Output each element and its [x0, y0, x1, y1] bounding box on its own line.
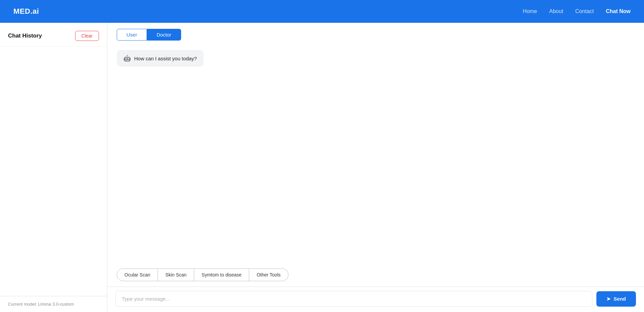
current-model-label: Current model: Llmma 3.0-custom: [8, 302, 74, 307]
message-input[interactable]: [115, 291, 592, 307]
sidebar-footer: Current model: Llmma 3.0-custom: [0, 296, 107, 312]
clear-button[interactable]: Clear: [75, 31, 99, 41]
chat-history-title: Chat History: [8, 33, 42, 39]
send-button[interactable]: ➤ Send: [596, 291, 636, 307]
navbar: MED.ai Home About Contact Chat Now: [0, 0, 644, 23]
tool-ocular-scan[interactable]: Ocular Scan: [117, 268, 158, 281]
chat-tabs: User Doctor: [107, 23, 644, 41]
nav-about[interactable]: About: [549, 8, 563, 14]
brand-logo: MED.ai: [13, 7, 39, 16]
main-layout: Chat History Clear Current model: Llmma …: [0, 23, 644, 312]
nav-links: Home About Contact Chat Now: [523, 8, 631, 14]
tool-other-tools[interactable]: Other Tools: [249, 268, 288, 281]
bot-message: 🤖 How can I assist you today?: [117, 50, 635, 67]
sidebar: Chat History Clear Current model: Llmma …: [0, 23, 107, 312]
nav-contact[interactable]: Contact: [575, 8, 594, 14]
bot-icon: 🤖: [123, 55, 131, 62]
tool-buttons: Ocular Scan Skin Scan Symtom to disease …: [107, 268, 644, 287]
send-icon: ➤: [606, 296, 611, 302]
nav-chat-now[interactable]: Chat Now: [606, 8, 631, 14]
bot-bubble: 🤖 How can I assist you today?: [117, 50, 204, 67]
messages-area: 🤖 How can I assist you today?: [107, 41, 644, 268]
tool-symptom-to-disease[interactable]: Symtom to disease: [194, 268, 249, 281]
input-bar: ➤ Send: [107, 287, 644, 312]
tab-doctor[interactable]: Doctor: [147, 29, 181, 41]
tool-skin-scan[interactable]: Skin Scan: [158, 268, 194, 281]
send-label: Send: [613, 296, 626, 302]
tab-user[interactable]: User: [117, 29, 147, 41]
sidebar-header: Chat History Clear: [0, 23, 107, 47]
sidebar-history: [0, 47, 107, 296]
nav-home[interactable]: Home: [523, 8, 537, 14]
bot-message-text: How can I assist you today?: [134, 56, 197, 61]
chat-area: User Doctor 🤖 How can I assist you today…: [107, 23, 644, 312]
